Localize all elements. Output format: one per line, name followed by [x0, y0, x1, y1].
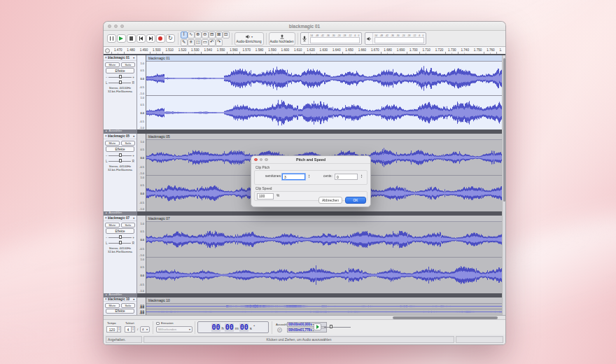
- trim-audio-button[interactable]: ◫: [195, 39, 202, 46]
- collapse-icon[interactable]: ▲: [105, 294, 107, 297]
- solo-button[interactable]: Solo: [121, 141, 136, 146]
- share-audio-button[interactable]: Audio hochladen: [269, 32, 295, 46]
- clip-area[interactable]: blackmagic 10: [146, 298, 505, 315]
- pause-button[interactable]: [107, 34, 116, 43]
- waveform-channel[interactable]: [146, 309, 505, 314]
- waveform-channel[interactable]: [146, 258, 505, 293]
- play-speed-slider-thumb[interactable]: [330, 325, 332, 328]
- clip-area[interactable]: blackmagic 01: [146, 55, 505, 134]
- zoom-selection-button[interactable]: ⊟: [209, 31, 216, 38]
- mute-button[interactable]: Mute: [105, 141, 120, 146]
- pan-slider[interactable]: LR: [106, 80, 134, 85]
- stop-button[interactable]: [127, 34, 136, 43]
- multi-tool-button[interactable]: ✳: [188, 39, 195, 46]
- recording-meter[interactable]: -54-48-42-36-30-24-18-12-60: [300, 32, 362, 45]
- effects-button[interactable]: Effekte: [106, 146, 134, 152]
- clip-title[interactable]: blackmagic 07: [146, 216, 505, 222]
- track-name[interactable]: blackmagic 01: [108, 56, 132, 59]
- collapse-icon[interactable]: ▲: [105, 130, 107, 133]
- semitones-stepper[interactable]: ▲▼: [307, 174, 311, 180]
- effects-button[interactable]: Effekte: [106, 228, 134, 234]
- redo-button[interactable]: ↷: [216, 39, 223, 46]
- slider-thumb[interactable]: [119, 75, 122, 78]
- pan-slider[interactable]: LR: [106, 241, 134, 245]
- track-menu-caret-icon[interactable]: ▼: [133, 217, 135, 220]
- effects-button[interactable]: Effekte: [106, 68, 134, 74]
- select-button[interactable]: Auswählen: [108, 212, 122, 215]
- tempo-input[interactable]: 120: [106, 326, 118, 332]
- select-button[interactable]: Auswählen: [108, 294, 122, 297]
- track-name[interactable]: blackmagic 07: [108, 216, 132, 220]
- slider-thumb[interactable]: [119, 153, 122, 157]
- track-close-icon[interactable]: ×: [105, 216, 107, 220]
- playback-meter[interactable]: -54-48-42-36-30-24-18-12-60: [365, 32, 426, 45]
- waveform-channel[interactable]: [146, 304, 505, 309]
- play-speed-slider[interactable]: [324, 327, 351, 328]
- skip-start-button[interactable]: [136, 34, 146, 43]
- track-close-icon[interactable]: ×: [105, 56, 107, 59]
- track-menu-caret-icon[interactable]: ▼: [133, 135, 135, 138]
- selection-mode-icon[interactable]: ◴: [277, 328, 282, 332]
- timeline-ruler[interactable]: 1.4701.4801.4901.5001.5101.5201.5301.540…: [111, 47, 502, 54]
- time-sig-lower-select[interactable]: 4▾: [140, 326, 150, 332]
- slider-thumb[interactable]: [119, 241, 122, 244]
- vertical-scale-ruler[interactable]: 1.00.50.0-0.5-1.01.00.50.0-0.5-1.0: [137, 216, 146, 298]
- record-button[interactable]: [156, 34, 165, 43]
- draw-tool-button[interactable]: ✎: [181, 39, 188, 46]
- gain-slider[interactable]: −+: [106, 235, 134, 239]
- audio-position-display[interactable]: 00h 00m 00s ▴: [197, 321, 269, 333]
- zoom-in-button[interactable]: ⊕: [195, 31, 202, 38]
- mute-button[interactable]: Mute: [105, 62, 120, 67]
- play-button[interactable]: [117, 34, 126, 43]
- effects-button[interactable]: Effekte: [106, 309, 134, 314]
- track-name[interactable]: blackmagic 05: [108, 134, 132, 138]
- pan-slider[interactable]: LR: [106, 159, 134, 163]
- waveform-channel[interactable]: [146, 96, 505, 130]
- time-sig-upper-input[interactable]: 4: [125, 326, 132, 332]
- mute-button[interactable]: Mute: [105, 223, 120, 227]
- ok-button[interactable]: OK: [345, 197, 366, 204]
- dialog-titlebar[interactable]: Pitch and Speed: [251, 156, 370, 164]
- waveform-channel[interactable]: [146, 222, 505, 257]
- snapping-select[interactable]: Millisekunden▾: [156, 326, 192, 332]
- clip-title[interactable]: blackmagic 01: [146, 55, 505, 62]
- fit-project-button[interactable]: ⊡: [223, 31, 230, 38]
- zoom-toggle-button[interactable]: ⊠: [216, 31, 223, 38]
- slider-thumb[interactable]: [119, 235, 122, 239]
- semitones-input[interactable]: 3: [282, 174, 305, 180]
- track-name[interactable]: blackmagic 10: [108, 298, 132, 301]
- solo-button[interactable]: Solo: [121, 62, 136, 67]
- audio-setup-button[interactable]: ▾ Audio-Einrichtung: [234, 32, 264, 46]
- vertical-scrollbar-thumb[interactable]: [503, 58, 506, 202]
- time-sig-upper-stepper[interactable]: ▲▼: [132, 326, 135, 332]
- undo-button[interactable]: ↶: [209, 39, 216, 46]
- play-at-speed-button[interactable]: [314, 323, 321, 330]
- select-button[interactable]: Auswählen: [108, 130, 122, 133]
- solo-button[interactable]: Solo: [121, 223, 136, 227]
- cancel-button[interactable]: Abbrechen: [318, 197, 342, 204]
- clip-speed-input[interactable]: 100: [257, 193, 274, 200]
- vertical-scale-ruler[interactable]: 1.00.50.0-0.5-1.01.00.50.0-0.5-1.0: [137, 298, 146, 315]
- horizontal-scrollbar-thumb[interactable]: [393, 316, 498, 319]
- slider-thumb[interactable]: [119, 159, 122, 162]
- zoom-out-button[interactable]: ⊖: [202, 31, 209, 38]
- solo-button[interactable]: Solo: [121, 303, 136, 308]
- vertical-scale-ruler[interactable]: 1.00.50.0-0.5-1.01.00.50.0-0.5-1.0: [137, 134, 146, 216]
- gain-slider[interactable]: −+: [106, 153, 134, 158]
- track-close-icon[interactable]: ×: [105, 298, 107, 301]
- cents-input[interactable]: 0: [335, 174, 358, 180]
- mute-button[interactable]: Mute: [105, 303, 120, 308]
- collapse-icon[interactable]: ▲: [105, 212, 107, 215]
- timeline-options-icon[interactable]: [105, 48, 110, 53]
- selection-tool-button[interactable]: I: [181, 31, 188, 38]
- silence-audio-button[interactable]: ▭: [202, 39, 209, 46]
- vertical-scale-ruler[interactable]: 1.00.50.0-0.5-1.01.00.50.0-0.5-1.0: [137, 55, 146, 134]
- gain-slider[interactable]: −+: [106, 75, 134, 79]
- clip-area[interactable]: blackmagic 07: [146, 216, 505, 298]
- slider-thumb[interactable]: [119, 80, 122, 84]
- track-close-icon[interactable]: ×: [105, 134, 107, 138]
- clip-title[interactable]: blackmagic 10: [146, 298, 505, 304]
- clip-title[interactable]: blackmagic 05: [146, 134, 505, 140]
- snapping-checkbox[interactable]: [156, 322, 160, 326]
- loop-button[interactable]: ↻: [166, 34, 175, 43]
